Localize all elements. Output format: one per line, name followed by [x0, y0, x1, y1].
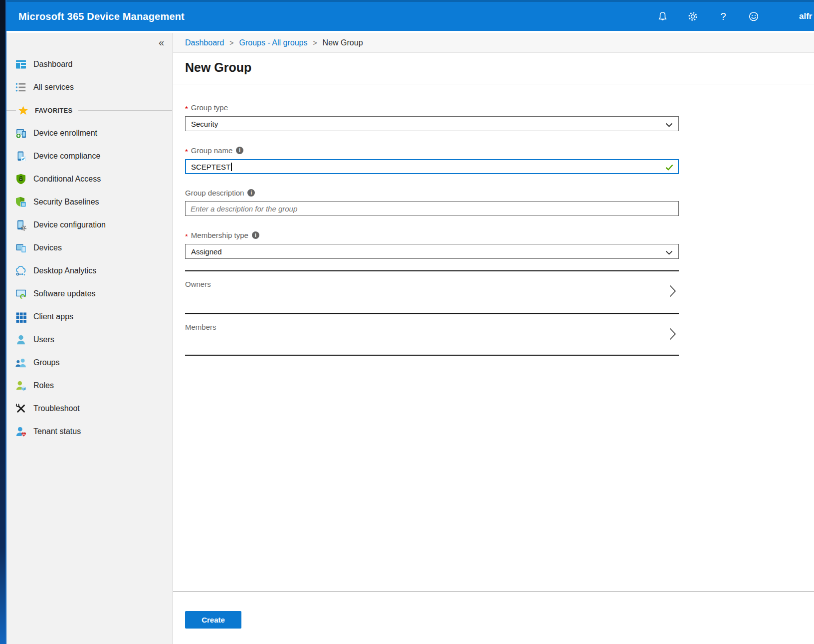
app-title: Microsoft 365 Device Management: [18, 11, 185, 22]
group-name-value: SCEPTEST: [191, 163, 230, 171]
owners-label: Owners: [185, 271, 679, 288]
groups-icon: [15, 357, 27, 369]
users-icon: [15, 334, 27, 346]
breadcrumb-separator: >: [229, 39, 233, 47]
info-icon[interactable]: i: [247, 189, 255, 197]
breadcrumb-current: New Group: [323, 38, 363, 47]
sidebar-item-groups[interactable]: Groups: [6, 351, 172, 374]
software-updates-icon: [15, 288, 27, 300]
group-type-value: Security: [191, 120, 218, 128]
sidebar-item-label: Dashboard: [33, 60, 72, 69]
all-services-icon: [15, 81, 27, 93]
device-configuration-icon: [15, 219, 27, 231]
info-icon[interactable]: i: [236, 147, 243, 154]
sidebar-item-security-baselines[interactable]: Security Baselines: [6, 191, 172, 214]
sidebar-item-label: Desktop Analytics: [33, 266, 96, 275]
sidebar-item-all-services[interactable]: All services: [6, 76, 172, 99]
sidebar-item-device-configuration[interactable]: Device configuration: [6, 214, 172, 236]
divider: [6, 110, 16, 111]
membership-type-value: Assigned: [191, 247, 222, 256]
sidebar: « Dashboard All services FAVORITES: [6, 33, 173, 644]
breadcrumb: Dashboard > Groups - All groups > New Gr…: [173, 33, 814, 52]
sidebar-item-label: Troubleshoot: [33, 404, 80, 413]
valid-check-icon: [665, 164, 673, 172]
sidebar-item-label: Roles: [33, 381, 54, 390]
sidebar-item-tenant-status[interactable]: Tenant status: [6, 420, 172, 443]
group-name-label: * Group name i: [185, 146, 679, 155]
settings-gear-icon[interactable]: [687, 10, 699, 22]
members-label: Members: [185, 314, 679, 331]
sidebar-item-roles[interactable]: Roles: [6, 374, 172, 397]
favorites-star-icon: [18, 105, 28, 116]
devices-icon: [15, 242, 27, 254]
sidebar-item-label: Device compliance: [33, 152, 100, 161]
group-name-input[interactable]: SCEPTEST: [185, 159, 679, 174]
footer-divider: [173, 591, 814, 592]
group-description-label: Group description i: [185, 188, 679, 197]
info-icon[interactable]: i: [252, 231, 259, 239]
members-row[interactable]: Members: [185, 313, 679, 356]
sidebar-item-label: Conditional Access: [33, 175, 101, 184]
group-type-select[interactable]: Security: [185, 116, 679, 131]
breadcrumb-groups-all-groups[interactable]: Groups - All groups: [239, 38, 307, 47]
membership-type-select[interactable]: Assigned: [185, 244, 679, 259]
breadcrumb-dashboard[interactable]: Dashboard: [185, 38, 224, 47]
desktop-analytics-icon: [15, 265, 27, 277]
new-group-blade: New Group * Group type Security * Group …: [173, 52, 814, 644]
sidebar-item-label: All services: [33, 83, 74, 92]
tenant-status-icon: [15, 426, 27, 437]
sidebar-item-label: Device configuration: [33, 220, 106, 229]
sidebar-nav: Dashboard All services FAVORITES Device …: [6, 53, 172, 443]
notifications-bell-icon[interactable]: [656, 10, 668, 22]
sidebar-item-devices[interactable]: Devices: [6, 236, 172, 259]
sidebar-item-label: Software updates: [33, 289, 96, 298]
security-baselines-icon: [15, 196, 27, 208]
device-enrollment-icon: [15, 127, 27, 139]
sidebar-item-label: Tenant status: [33, 427, 81, 436]
sidebar-item-client-apps[interactable]: Client apps: [6, 305, 172, 328]
sidebar-item-device-compliance[interactable]: Device compliance: [6, 145, 172, 168]
favorites-label: FAVORITES: [35, 107, 72, 114]
page-title: New Group: [185, 59, 814, 75]
sidebar-item-label: Groups: [33, 358, 59, 367]
breadcrumb-separator: >: [313, 39, 317, 47]
owners-row[interactable]: Owners: [185, 270, 679, 313]
sidebar-item-desktop-analytics[interactable]: Desktop Analytics: [6, 259, 172, 282]
sidebar-item-label: Client apps: [33, 312, 73, 321]
sidebar-item-users[interactable]: Users: [6, 328, 172, 351]
roles-icon: [15, 380, 27, 392]
picker-sections: Owners Members: [185, 270, 679, 356]
sidebar-item-device-enrollment[interactable]: Device enrollment: [6, 122, 172, 145]
troubleshoot-icon: [15, 403, 27, 415]
sidebar-item-software-updates[interactable]: Software updates: [6, 282, 172, 305]
topbar-actions: ? alfr: [656, 10, 814, 22]
help-icon[interactable]: ?: [717, 10, 729, 22]
chevron-down-icon: [665, 248, 673, 257]
create-button[interactable]: Create: [185, 611, 241, 629]
divider: [78, 110, 172, 111]
sidebar-item-label: Security Baselines: [33, 198, 99, 207]
sidebar-item-label: Device enrollment: [33, 129, 97, 138]
device-compliance-icon: [15, 150, 27, 162]
sidebar-item-conditional-access[interactable]: Conditional Access: [6, 168, 172, 191]
sidebar-item-dashboard[interactable]: Dashboard: [6, 53, 172, 76]
sidebar-item-troubleshoot[interactable]: Troubleshoot: [6, 397, 172, 420]
conditional-access-icon: [15, 173, 27, 185]
client-apps-icon: [15, 311, 27, 323]
feedback-smiley-icon[interactable]: [748, 10, 760, 22]
sidebar-collapse-icon[interactable]: «: [159, 37, 164, 48]
text-cursor: [231, 163, 232, 171]
sidebar-item-label: Devices: [33, 243, 62, 252]
group-description-input[interactable]: [185, 201, 679, 216]
dashboard-icon: [15, 58, 27, 70]
chevron-down-icon: [665, 121, 673, 129]
account-name[interactable]: alfr: [799, 11, 814, 21]
favorites-header: FAVORITES: [6, 99, 172, 122]
required-marker: *: [185, 147, 188, 156]
group-type-label: * Group type: [185, 103, 679, 112]
main-content: Dashboard > Groups - All groups > New Gr…: [173, 33, 814, 644]
chevron-right-icon: [669, 285, 676, 299]
membership-type-label: * Membership type i: [185, 230, 679, 239]
divider: [173, 84, 814, 84]
top-app-bar: Microsoft 365 Device Management ? alfr: [6, 0, 814, 31]
